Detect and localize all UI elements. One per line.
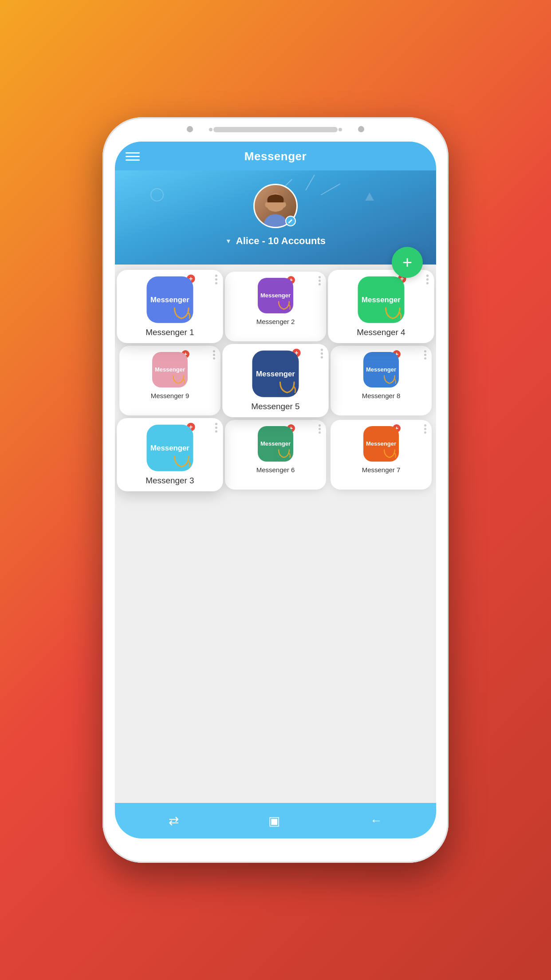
deco-triangle-1 bbox=[365, 193, 374, 201]
app-icon-text-5: Messenger bbox=[256, 370, 295, 378]
app-icon-text-9: Messenger bbox=[155, 367, 185, 373]
card-menu-dots-9[interactable] bbox=[213, 350, 215, 360]
card-menu-dots-2[interactable] bbox=[319, 276, 321, 285]
phone-notch bbox=[213, 127, 338, 132]
app-icon-3: + Messenger bbox=[147, 425, 193, 471]
nav-swap-icon[interactable]: ⇄ bbox=[169, 814, 179, 828]
messenger-card-2[interactable]: + Messenger Messenger 2 bbox=[225, 272, 326, 341]
app-icon-4: + Messenger bbox=[358, 277, 405, 323]
card-name-6: Messenger 6 bbox=[256, 466, 295, 474]
profile-name-row[interactable]: ▼ Alice - 10 Accounts bbox=[225, 235, 326, 247]
card-name-4: Messenger 4 bbox=[357, 328, 405, 337]
card-menu-dots-4[interactable] bbox=[426, 275, 429, 285]
fab-add-icon: + bbox=[402, 254, 412, 271]
app-icon-9: + Messenger bbox=[152, 352, 188, 387]
card-menu-dots-6[interactable] bbox=[319, 424, 321, 434]
messenger-card-3[interactable]: + Messenger Messenger 3 bbox=[117, 418, 223, 491]
app-icon-6: + Messenger bbox=[258, 426, 293, 462]
app-icon-text-6: Messenger bbox=[260, 441, 291, 447]
avatar-edit-badge[interactable] bbox=[285, 216, 296, 226]
card-name-9: Messenger 9 bbox=[151, 392, 189, 399]
card-menu-dots-3[interactable] bbox=[215, 423, 217, 433]
app-icon-text-2: Messenger bbox=[260, 292, 291, 299]
avatar-container[interactable] bbox=[253, 184, 298, 228]
phone-sensor-right bbox=[338, 128, 342, 131]
app-icon-text-4: Messenger bbox=[362, 296, 401, 304]
phone-camera-right bbox=[358, 126, 364, 132]
phone-shell: Messenger bbox=[102, 117, 449, 863]
card-menu-dots-1[interactable] bbox=[215, 275, 217, 285]
deco-line-3 bbox=[321, 183, 340, 195]
app-icon-5: + Messenger bbox=[252, 351, 299, 397]
card-name-7: Messenger 7 bbox=[362, 466, 401, 474]
app-icon-text-1: Messenger bbox=[150, 296, 189, 304]
phone-wrapper: Messenger bbox=[102, 117, 449, 863]
app-icon-inner-9: Messenger bbox=[152, 352, 188, 387]
app-icon-inner-1: Messenger bbox=[147, 277, 193, 323]
card-name-1: Messenger 1 bbox=[146, 328, 194, 337]
card-name-3: Messenger 3 bbox=[146, 476, 194, 486]
app-header: Messenger bbox=[115, 142, 436, 170]
app-icon-inner-8: Messenger bbox=[363, 352, 399, 387]
app-icon-inner-6: Messenger bbox=[258, 426, 293, 462]
app-icon-2: + Messenger bbox=[258, 278, 293, 313]
profile-section: ▼ Alice - 10 Accounts + bbox=[115, 170, 436, 265]
messenger-card-7[interactable]: + Messenger Messenger 7 bbox=[331, 420, 432, 490]
app-icon-1: + Messenger bbox=[147, 277, 193, 323]
card-menu-dots-8[interactable] bbox=[424, 350, 426, 360]
app-icon-inner-4: Messenger bbox=[358, 277, 405, 323]
app-icon-inner-2: Messenger bbox=[258, 278, 293, 313]
card-name-8: Messenger 8 bbox=[362, 392, 401, 399]
card-menu-dots-7[interactable] bbox=[424, 424, 426, 434]
app-title: Messenger bbox=[140, 150, 411, 163]
phone-screen: Messenger bbox=[115, 142, 436, 838]
profile-dropdown-arrow: ▼ bbox=[225, 237, 232, 245]
nav-back-icon[interactable]: ← bbox=[370, 814, 382, 828]
card-name-5: Messenger 5 bbox=[251, 402, 299, 411]
phone-sensor-left bbox=[209, 128, 213, 131]
messenger-card-5[interactable]: + Messenger Messenger 5 bbox=[222, 344, 328, 417]
fab-add-button[interactable]: + bbox=[392, 247, 423, 278]
deco-line-2 bbox=[305, 175, 315, 191]
card-name-2: Messenger 2 bbox=[256, 318, 295, 325]
messenger-card-8[interactable]: + Messenger Messenger 8 bbox=[331, 346, 432, 415]
hamburger-menu[interactable] bbox=[126, 152, 140, 161]
app-icon-7: + Messenger bbox=[363, 426, 399, 462]
app-icon-inner-5: Messenger bbox=[252, 351, 299, 397]
phone-camera-left bbox=[187, 126, 193, 132]
app-icon-text-3: Messenger bbox=[150, 444, 189, 452]
app-icon-text-7: Messenger bbox=[366, 441, 396, 447]
card-menu-dots-5[interactable] bbox=[321, 349, 323, 359]
messenger-card-4[interactable]: + Messenger Messenger 4 bbox=[328, 270, 434, 343]
app-icon-inner-3: Messenger bbox=[147, 425, 193, 471]
messenger-grid: + Messenger Messenger 1 + Messenger bbox=[115, 265, 436, 803]
app-icon-inner-7: Messenger bbox=[363, 426, 399, 462]
messenger-card-9[interactable]: + Messenger Messenger 9 bbox=[119, 346, 220, 415]
app-icon-8: + Messenger bbox=[363, 352, 399, 387]
messenger-card-1[interactable]: + Messenger Messenger 1 bbox=[117, 270, 223, 343]
bottom-nav: ⇄ ▣ ← bbox=[115, 803, 436, 838]
deco-circle-1 bbox=[150, 188, 164, 202]
app-icon-text-8: Messenger bbox=[366, 367, 396, 373]
profile-name-accounts: Alice - 10 Accounts bbox=[236, 235, 326, 247]
messenger-card-6[interactable]: + Messenger Messenger 6 bbox=[225, 420, 326, 490]
nav-recent-icon[interactable]: ▣ bbox=[268, 814, 280, 828]
